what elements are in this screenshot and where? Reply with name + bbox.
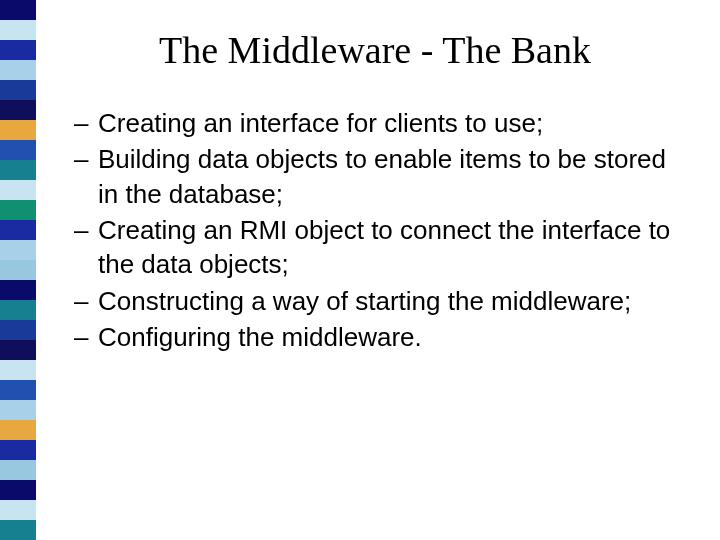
dash-icon: – (74, 320, 88, 354)
sidebar-block (0, 0, 36, 20)
sidebar-block (0, 80, 36, 100)
sidebar-block (0, 120, 36, 140)
bullet-item: –Creating an interface for clients to us… (98, 106, 690, 140)
sidebar-block (0, 480, 36, 500)
sidebar-block (0, 220, 36, 240)
sidebar-block (0, 380, 36, 400)
sidebar-block (0, 160, 36, 180)
sidebar-block (0, 280, 36, 300)
bullet-text: Configuring the middleware. (98, 322, 422, 352)
sidebar-block (0, 140, 36, 160)
sidebar-block (0, 320, 36, 340)
sidebar-block (0, 440, 36, 460)
sidebar-block (0, 500, 36, 520)
sidebar-block (0, 260, 36, 280)
sidebar-block (0, 300, 36, 320)
bullet-text: Building data objects to enable items to… (98, 144, 666, 208)
bullet-item: –Constructing a way of starting the midd… (98, 284, 690, 318)
sidebar-block (0, 460, 36, 480)
sidebar-block (0, 200, 36, 220)
bullet-item: –Creating an RMI object to connect the i… (98, 213, 690, 282)
bullet-text: Constructing a way of starting the middl… (98, 286, 631, 316)
sidebar-block (0, 180, 36, 200)
sidebar-block (0, 20, 36, 40)
bullet-item: –Configuring the middleware. (98, 320, 690, 354)
sidebar-block (0, 520, 36, 540)
sidebar-block (0, 400, 36, 420)
bullet-text: Creating an RMI object to connect the in… (98, 215, 670, 279)
slide-content: The Middleware - The Bank –Creating an i… (60, 28, 690, 356)
dash-icon: – (74, 213, 88, 247)
decorative-sidebar (0, 0, 36, 540)
bullet-item: –Building data objects to enable items t… (98, 142, 690, 211)
bullet-list: –Creating an interface for clients to us… (60, 106, 690, 354)
sidebar-block (0, 340, 36, 360)
sidebar-block (0, 100, 36, 120)
dash-icon: – (74, 142, 88, 176)
dash-icon: – (74, 106, 88, 140)
slide-title: The Middleware - The Bank (60, 28, 690, 72)
bullet-text: Creating an interface for clients to use… (98, 108, 543, 138)
sidebar-block (0, 60, 36, 80)
sidebar-block (0, 360, 36, 380)
sidebar-block (0, 40, 36, 60)
sidebar-block (0, 420, 36, 440)
dash-icon: – (74, 284, 88, 318)
sidebar-block (0, 240, 36, 260)
